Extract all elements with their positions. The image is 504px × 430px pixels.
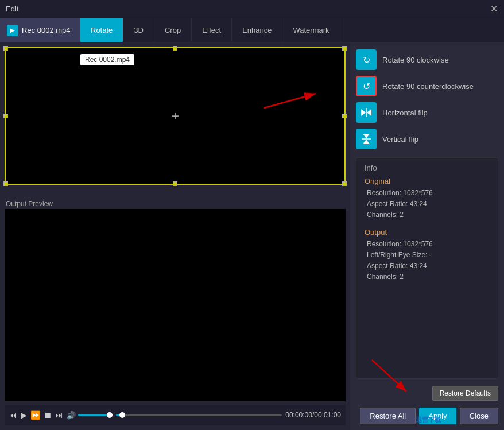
volume-thumb bbox=[107, 412, 113, 418]
file-tab[interactable]: ▶ Rec 0002.mp4 Rec 0002.mp4 bbox=[0, 18, 80, 42]
right-panel: ↻ Rotate 90 clockwise ↺ Rotate 90 counte… bbox=[350, 42, 504, 430]
file-tooltip: Rec 0002.mp4 bbox=[80, 54, 134, 65]
rotate-clockwise-icon: ↻ bbox=[356, 49, 377, 70]
info-section: Info Original Resolution: 1032*576 Aspec… bbox=[356, 157, 498, 379]
main-area: + Output Preview ⏮ ▶ ⏩ ⏹ ⏭ 🔊 bbox=[0, 42, 504, 430]
tab-enhance[interactable]: Enhance bbox=[232, 18, 282, 42]
output-eye-size: Left/Right Eye Size: - bbox=[367, 250, 490, 261]
restore-all-button[interactable]: Restore All bbox=[360, 408, 416, 424]
left-panel: + Output Preview ⏮ ▶ ⏩ ⏹ ⏭ 🔊 bbox=[0, 42, 350, 430]
handle-tl[interactable] bbox=[3, 46, 8, 51]
svg-marker-6 bbox=[363, 140, 370, 144]
output-heading: Output bbox=[365, 228, 490, 237]
crosshair-icon: + bbox=[171, 108, 179, 124]
handle-ml[interactable] bbox=[3, 114, 8, 118]
handle-tc[interactable] bbox=[173, 46, 177, 51]
vertical-flip-label: Vertical flip bbox=[382, 135, 418, 144]
play-button[interactable]: ▶ bbox=[21, 410, 27, 420]
horizontal-flip-icon bbox=[356, 102, 377, 123]
input-video-preview: + bbox=[5, 47, 346, 185]
svg-marker-2 bbox=[361, 109, 366, 116]
skip-start-button[interactable]: ⏮ bbox=[9, 410, 17, 420]
restore-defaults-row: Restore Defaults bbox=[356, 386, 498, 401]
output-info-group: Output Resolution: 1032*576 Left/Right E… bbox=[365, 228, 490, 283]
horizontal-flip-label: Horizontal flip bbox=[382, 109, 428, 117]
handle-br[interactable] bbox=[342, 181, 347, 186]
handle-mr[interactable] bbox=[342, 114, 347, 118]
progress-bar[interactable] bbox=[116, 414, 282, 416]
horizontal-flip-item[interactable]: Horizontal flip bbox=[356, 101, 498, 124]
output-resolution: Resolution: 1032*576 bbox=[367, 239, 490, 250]
original-heading: Original bbox=[365, 177, 490, 185]
vertical-flip-icon bbox=[356, 129, 377, 149]
rotate-options: ↻ Rotate 90 clockwise ↺ Rotate 90 counte… bbox=[356, 48, 498, 150]
file-tab-label: Rec 0002.mp4 bbox=[22, 26, 71, 34]
rotate-clockwise-label: Rotate 90 clockwise bbox=[382, 56, 449, 64]
tab-row: ▶ Rec 0002.mp4 Rec 0002.mp4 Rotate 3D Cr… bbox=[0, 18, 504, 42]
original-info-group: Original Resolution: 1032*576 Aspect Rat… bbox=[365, 177, 490, 221]
rotate-counterclockwise-label: Rotate 90 counterclockwise bbox=[382, 82, 474, 91]
rotate-counterclockwise-icon: ↺ bbox=[356, 76, 377, 96]
svg-text:↻: ↻ bbox=[363, 55, 370, 65]
progress-thumb bbox=[119, 412, 125, 418]
skip-end-button[interactable]: ⏭ bbox=[55, 410, 63, 420]
vertical-flip-item[interactable]: Vertical flip bbox=[356, 127, 498, 150]
volume-slider[interactable] bbox=[78, 414, 113, 416]
watermark-text: 迅雷下载 bbox=[416, 416, 441, 424]
tab-effect[interactable]: Effect bbox=[192, 18, 232, 42]
rotate-clockwise-item[interactable]: ↻ Rotate 90 clockwise bbox=[356, 48, 498, 71]
svg-marker-5 bbox=[363, 134, 370, 138]
handle-bl[interactable] bbox=[3, 181, 8, 186]
output-channels: Channels: 2 bbox=[367, 272, 490, 282]
close-window-button[interactable]: ✕ bbox=[489, 5, 498, 14]
stop-button[interactable]: ⏹ bbox=[44, 410, 52, 420]
output-aspect-ratio: Aspect Ratio: 43:24 bbox=[367, 261, 490, 272]
tab-watermark[interactable]: Watermark bbox=[282, 18, 340, 42]
input-preview-area: + bbox=[5, 47, 346, 196]
output-video-preview bbox=[5, 209, 346, 401]
progress-fill bbox=[116, 414, 119, 416]
output-preview-label: Output Preview bbox=[5, 200, 346, 208]
svg-marker-3 bbox=[367, 109, 371, 116]
close-button[interactable]: Close bbox=[460, 408, 498, 424]
info-title: Info bbox=[365, 164, 490, 172]
handle-bc[interactable] bbox=[173, 181, 177, 186]
volume-control: 🔊 bbox=[67, 411, 113, 420]
output-preview-area: Output Preview bbox=[5, 200, 346, 401]
fast-forward-button[interactable]: ⏩ bbox=[30, 410, 40, 420]
svg-text:↺: ↺ bbox=[363, 82, 370, 91]
original-aspect-ratio: Aspect Ratio: 43:24 bbox=[367, 199, 490, 210]
handle-tr[interactable] bbox=[342, 46, 347, 51]
original-resolution: Resolution: 1032*576 bbox=[367, 188, 490, 199]
tab-rotate[interactable]: Rotate bbox=[80, 18, 123, 42]
tab-3d[interactable]: 3D bbox=[123, 18, 154, 42]
restore-defaults-button[interactable]: Restore Defaults bbox=[432, 386, 498, 401]
volume-icon: 🔊 bbox=[67, 411, 76, 420]
title-bar: Edit ✕ bbox=[0, 0, 504, 18]
rotate-counterclockwise-item[interactable]: ↺ Rotate 90 counterclockwise bbox=[356, 75, 498, 98]
media-controls: ⏮ ▶ ⏩ ⏹ ⏭ 🔊 00:00:00/00:01:00 bbox=[5, 405, 346, 425]
file-icon: ▶ bbox=[7, 25, 18, 36]
window-title: Edit bbox=[6, 5, 18, 13]
tab-crop[interactable]: Crop bbox=[154, 18, 192, 42]
time-display: 00:00:00/00:01:00 bbox=[285, 411, 341, 419]
original-channels: Channels: 2 bbox=[367, 210, 490, 220]
